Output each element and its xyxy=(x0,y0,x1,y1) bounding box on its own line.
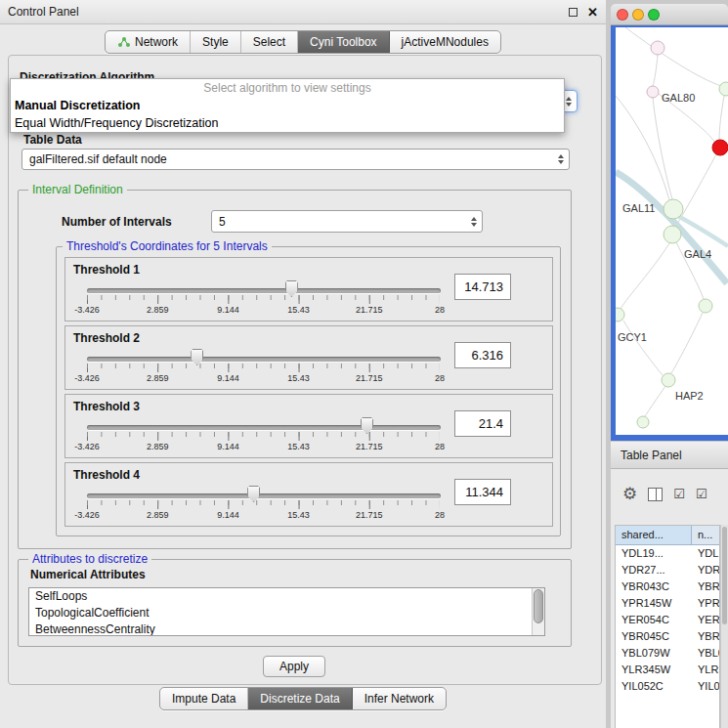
scrollbar-thumb[interactable] xyxy=(722,527,727,624)
scrollbar-thumb[interactable] xyxy=(534,589,543,623)
panel-title: Control Panel xyxy=(8,0,79,24)
threshold-4-slider[interactable]: -3.426 2.859 9.144 15.43 21.715 28 xyxy=(87,486,441,525)
slider-track[interactable] xyxy=(87,288,441,293)
table-row[interactable]: YER054CYER0 xyxy=(616,612,719,628)
cell[interactable]: YIL0 xyxy=(692,678,719,695)
selected-red-node[interactable] xyxy=(712,140,728,155)
cell[interactable]: YBR0 xyxy=(692,628,719,645)
threshold-1-slider[interactable]: -3.426 2.859 9.144 15.43 21.715 28 xyxy=(87,280,441,320)
close-traffic-light-icon[interactable] xyxy=(617,9,628,21)
slider-track[interactable] xyxy=(87,493,441,498)
table-row[interactable]: YPR145WYPR1 xyxy=(616,595,719,612)
network-node[interactable] xyxy=(664,226,681,243)
dropdown-option-equal-width[interactable]: Equal Width/Frequency Discretization xyxy=(11,114,564,132)
column-header-shared-name[interactable]: shared... xyxy=(616,526,692,545)
gear-icon[interactable]: ⚙ xyxy=(622,485,637,504)
cell[interactable]: YER0 xyxy=(692,612,719,628)
cell[interactable]: YBR0 xyxy=(692,578,719,595)
table-row[interactable]: YDL19...YDL1 xyxy=(616,545,719,562)
table-data-value: galFiltered.sif default node xyxy=(22,152,553,166)
tab-infer-network[interactable]: Infer Network xyxy=(353,688,446,709)
apply-button[interactable]: Apply xyxy=(263,656,325,677)
select-check-icon[interactable]: ☑ xyxy=(696,487,707,502)
number-of-intervals-combobox[interactable]: 5 xyxy=(211,210,483,233)
threshold-1-label: Threshold 1 xyxy=(73,263,140,277)
dropdown-placeholder-item[interactable]: Select algorithm to view settings xyxy=(11,79,564,97)
cell[interactable]: YLR345W xyxy=(616,662,692,678)
network-node[interactable] xyxy=(651,41,664,55)
list-scrollbar[interactable] xyxy=(532,588,544,635)
cell[interactable]: YBR043C xyxy=(616,578,692,595)
network-node[interactable] xyxy=(647,86,659,98)
tab-style[interactable]: Style xyxy=(191,31,241,53)
tab-jactivemnodules[interactable]: jActiveMNodules xyxy=(390,31,500,53)
table-header-row: shared... n... xyxy=(616,526,719,545)
cell[interactable]: YDL19... xyxy=(616,545,692,562)
cell[interactable]: YBL0 xyxy=(692,645,719,662)
zoom-traffic-light-icon[interactable] xyxy=(648,9,660,21)
network-icon xyxy=(117,36,130,48)
threshold-1-value-field[interactable]: 14.713 xyxy=(454,274,511,300)
threshold-3-slider[interactable]: -3.426 2.859 9.144 15.43 21.715 28 xyxy=(87,417,441,456)
slider-track[interactable] xyxy=(87,425,441,430)
network-canvas[interactable]: GAL80 GAL11 GAL4 GCY1 HAP2 xyxy=(616,27,728,435)
scale-label: 2.859 xyxy=(147,305,169,315)
cell[interactable]: YBR045C xyxy=(616,628,692,645)
tab-cyni-toolbox[interactable]: Cyni Toolbox xyxy=(298,31,389,53)
scale-label: 9.144 xyxy=(217,305,239,315)
list-item[interactable]: BetweennessCentrality xyxy=(29,621,544,636)
cell[interactable]: YLR3 xyxy=(692,662,719,678)
dropdown-option-manual-discretization[interactable]: Manual Discretization xyxy=(11,97,564,114)
tab-discretize-data[interactable]: Discretize Data xyxy=(248,688,352,709)
list-item[interactable]: SelfLoops xyxy=(29,588,544,605)
cell[interactable]: YDL1 xyxy=(692,545,719,562)
network-node[interactable] xyxy=(719,82,728,96)
network-node[interactable] xyxy=(664,199,683,219)
slider-track[interactable] xyxy=(87,357,441,362)
cell[interactable]: YDR27... xyxy=(616,562,692,578)
cell[interactable]: YDR2 xyxy=(692,562,719,578)
minimize-traffic-light-icon[interactable] xyxy=(632,9,644,21)
slider-scale: -3.426 2.859 9.144 15.43 21.715 28 xyxy=(87,305,440,317)
list-item[interactable]: TopologicalCoefficient xyxy=(29,605,544,621)
column-header-name[interactable]: n... xyxy=(692,526,719,545)
network-node[interactable] xyxy=(616,308,624,321)
cell[interactable]: YPR1 xyxy=(692,595,719,612)
close-icon[interactable]: ✕ xyxy=(587,0,598,24)
table-row[interactable]: YBR043CYBR0 xyxy=(616,578,719,595)
cell[interactable]: YER054C xyxy=(616,612,692,628)
scale-label: 2.859 xyxy=(147,373,169,383)
cell[interactable]: YIL052C xyxy=(616,678,692,695)
threshold-3-value-field[interactable]: 21.4 xyxy=(454,410,511,437)
table-panel: Table Panel ⚙ ☑ ☑ shared... n... YDL19..… xyxy=(611,442,728,728)
float-window-icon[interactable] xyxy=(569,8,578,17)
node-label-gcy1: GCY1 xyxy=(618,331,647,343)
network-node[interactable] xyxy=(699,299,712,313)
table-row[interactable]: YBL079WYBL0 xyxy=(616,645,719,662)
table-row[interactable]: YDR27...YDR2 xyxy=(616,562,719,578)
cell[interactable]: YPR145W xyxy=(616,595,692,612)
cell[interactable]: YBL079W xyxy=(616,645,692,662)
scale-label: -3.426 xyxy=(74,305,100,315)
columns-icon[interactable] xyxy=(648,488,663,501)
threshold-2-slider[interactable]: -3.426 2.859 9.144 15.43 21.715 28 xyxy=(87,349,441,388)
table-data-combobox[interactable]: galFiltered.sif default node xyxy=(21,149,570,170)
tab-cyni-toolbox-label: Cyni Toolbox xyxy=(310,35,376,49)
table-row[interactable]: YBR045CYBR0 xyxy=(616,628,719,645)
numerical-attributes-list[interactable]: SelfLoops TopologicalCoefficient Between… xyxy=(28,587,545,636)
node-label-gal4: GAL4 xyxy=(684,248,711,260)
node-attribute-table[interactable]: shared... n... YDL19...YDL1 YDR27...YDR2… xyxy=(615,525,720,728)
scale-label: 9.144 xyxy=(217,373,239,383)
table-scrollbar[interactable] xyxy=(720,525,728,728)
select-check-icon[interactable]: ☑ xyxy=(673,487,685,502)
threshold-4-value-field[interactable]: 11.344 xyxy=(454,479,511,505)
tab-select[interactable]: Select xyxy=(241,31,298,53)
table-row[interactable]: YLR345WYLR3 xyxy=(616,662,719,678)
network-node[interactable] xyxy=(637,416,649,428)
network-node[interactable] xyxy=(662,373,675,387)
tab-impute-data[interactable]: Impute Data xyxy=(160,688,248,709)
bottom-tabstrip: Impute Data Discretize Data Infer Networ… xyxy=(159,687,447,710)
threshold-2-value-field[interactable]: 6.316 xyxy=(454,342,511,368)
tab-network[interactable]: Network xyxy=(106,31,191,53)
table-row[interactable]: YIL052CYIL0 xyxy=(616,678,719,695)
